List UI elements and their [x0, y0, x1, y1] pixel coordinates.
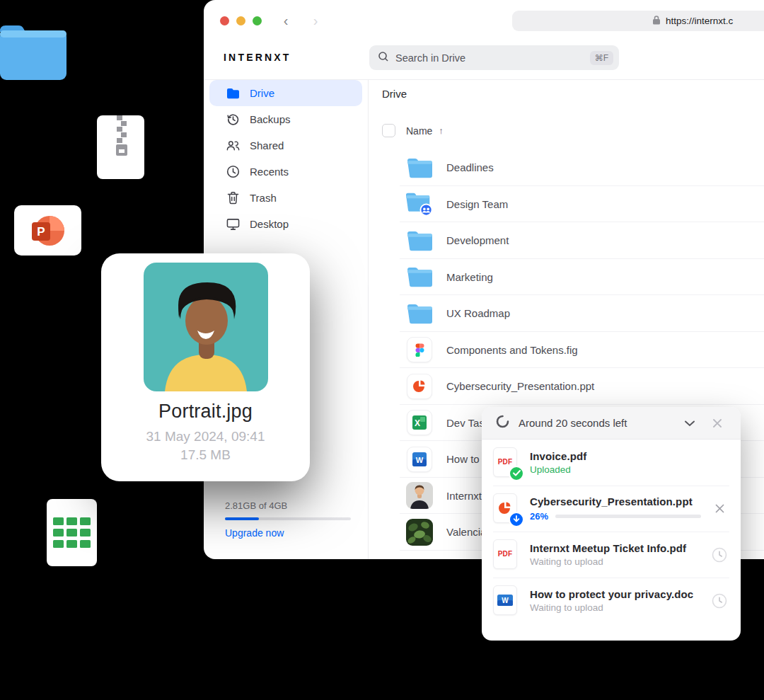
uploading-arrow-badge — [509, 512, 524, 527]
storage-usage-text: 2.81GB of 4GB — [225, 500, 351, 511]
preview-date: 31 May 2024, 09:41 — [101, 429, 310, 444]
folder-icon[interactable] — [0, 21, 68, 84]
ppt-file-icon — [493, 493, 520, 524]
close-window-button[interactable] — [220, 16, 229, 25]
powerpoint-file-icon[interactable]: P — [14, 205, 81, 256]
xls-icon: X — [405, 408, 434, 437]
sidebar-item-recents[interactable]: Recents — [209, 159, 362, 185]
url-text: https://internxt.c — [666, 16, 733, 26]
file-row[interactable]: Cybersecurity_Presentation.ppt — [368, 368, 764, 405]
spreadsheet-file-icon[interactable] — [47, 499, 97, 566]
upload-item-status: Uploaded — [530, 464, 728, 475]
file-row[interactable]: Development — [368, 222, 764, 259]
pdf-file-icon: PDF — [493, 539, 520, 570]
sidebar-item-label: Shared — [250, 139, 284, 151]
uploaded-check-badge — [509, 466, 524, 481]
file-row[interactable]: UX Roadmap — [368, 295, 764, 332]
zip-file-icon[interactable] — [97, 115, 144, 179]
sort-ascending-icon[interactable]: ↑ — [439, 125, 444, 136]
page-title: Drive — [382, 88, 407, 100]
file-row[interactable]: Design Team — [368, 186, 764, 223]
cancel-upload-icon[interactable] — [711, 500, 728, 517]
storage-widget: 2.81GB of 4GB Upgrade now — [225, 500, 351, 539]
folder-icon — [226, 86, 240, 100]
sidebar-item-drive[interactable]: Drive — [209, 80, 362, 106]
file-name: Development — [446, 234, 509, 246]
history-icon — [226, 113, 240, 126]
trash-icon — [226, 191, 240, 205]
file-name: Valencia — [446, 526, 486, 538]
sidebar-item-shared[interactable]: Shared — [209, 132, 362, 159]
figma-icon — [405, 335, 434, 364]
screen: P ‹ › https://internxt.c — [0, 0, 764, 700]
close-panel-icon[interactable] — [708, 414, 727, 432]
upgrade-now-link[interactable]: Upgrade now — [225, 527, 351, 539]
upload-percent: 26% — [530, 511, 548, 522]
pdf-file-icon: PDF — [493, 447, 520, 478]
upload-item-name: Invoice.pdf — [530, 450, 728, 462]
file-name: Design Team — [446, 198, 508, 210]
svg-text:X: X — [415, 418, 420, 428]
search-placeholder: Search in Drive — [395, 52, 590, 64]
search-icon — [378, 51, 389, 65]
file-name: Internxt — [446, 490, 482, 502]
sidebar-item-trash[interactable]: Trash — [209, 185, 362, 211]
waiting-clock-icon — [711, 546, 728, 563]
clock-icon — [226, 165, 240, 178]
folder-icon — [405, 154, 434, 182]
upload-item-name: How to protect your privacy.doc — [530, 588, 701, 600]
sidebar-item-label: Drive — [250, 87, 274, 99]
name-column-header[interactable]: Name — [406, 125, 432, 137]
upload-panel-header: Around 20 seconds left — [482, 407, 741, 440]
sidebar-item-label: Backups — [250, 113, 291, 125]
sidebar-item-backups[interactable]: Backups — [209, 106, 362, 132]
sidebar-item-label: Trash — [250, 192, 277, 204]
folder-icon — [405, 299, 434, 328]
folder-icon — [405, 263, 434, 291]
zoom-window-button[interactable] — [253, 16, 262, 25]
upload-progress-panel: Around 20 seconds left PDFInvoice.pdfUpl… — [482, 407, 741, 641]
minimize-window-button[interactable] — [236, 16, 245, 25]
portrait-photo — [144, 263, 268, 391]
search-shortcut-badge: ⌘F — [590, 51, 613, 65]
file-name: Cybersecurity_Presentation.ppt — [446, 380, 594, 392]
file-name: Marketing — [446, 271, 493, 283]
photo-portrait-icon — [405, 481, 434, 510]
address-bar[interactable]: https://internxt.c — [512, 11, 764, 31]
folder-shared-icon — [405, 190, 434, 218]
file-row[interactable]: Components and Tokens.fig — [368, 332, 764, 369]
sidebar-item-label: Recents — [250, 166, 289, 178]
file-row[interactable]: Marketing — [368, 259, 764, 296]
upload-item: PDFInternxt Meetup Ticket Info.pdfWaitin… — [482, 532, 741, 578]
file-row[interactable]: Deadlines — [368, 149, 764, 186]
file-name: UX Roadmap — [446, 307, 510, 319]
upload-item-status: Waiting to upload — [530, 602, 701, 613]
upload-status-text: Around 20 seconds left — [519, 417, 671, 429]
chevron-down-icon[interactable] — [681, 414, 699, 432]
select-all-checkbox[interactable] — [382, 124, 395, 137]
file-name: Components and Tokens.fig — [446, 344, 578, 356]
file-name: Deadlines — [446, 161, 494, 173]
users-icon — [226, 139, 240, 152]
preview-filename: Portrait.jpg — [101, 401, 310, 423]
monitor-icon — [226, 217, 240, 231]
upload-item-name: Cybersecurity_Presentation.ppt — [530, 495, 701, 507]
folder-icon — [405, 226, 434, 255]
waiting-clock-icon — [711, 592, 728, 609]
doc-file-icon: W — [493, 585, 520, 616]
sidebar-item-desktop[interactable]: Desktop — [209, 211, 362, 237]
ppt-icon — [405, 372, 434, 401]
upload-progress-bar — [555, 515, 701, 518]
svg-text:W: W — [502, 597, 509, 604]
search-input[interactable]: Search in Drive ⌘F — [369, 45, 619, 70]
storage-progress-bar — [225, 517, 351, 520]
sidebar-item-label: Desktop — [250, 218, 289, 230]
svg-text:P: P — [37, 225, 45, 239]
upload-item: Cybersecurity_Presentation.ppt26% — [482, 486, 741, 532]
forward-button[interactable]: › — [308, 11, 323, 30]
back-button[interactable]: ‹ — [279, 11, 293, 30]
file-name: Dev Tas — [446, 417, 485, 429]
upload-item-status: Waiting to upload — [530, 556, 701, 567]
file-name: How to — [446, 453, 480, 465]
internxt-logo: INTERNXT — [224, 52, 291, 63]
